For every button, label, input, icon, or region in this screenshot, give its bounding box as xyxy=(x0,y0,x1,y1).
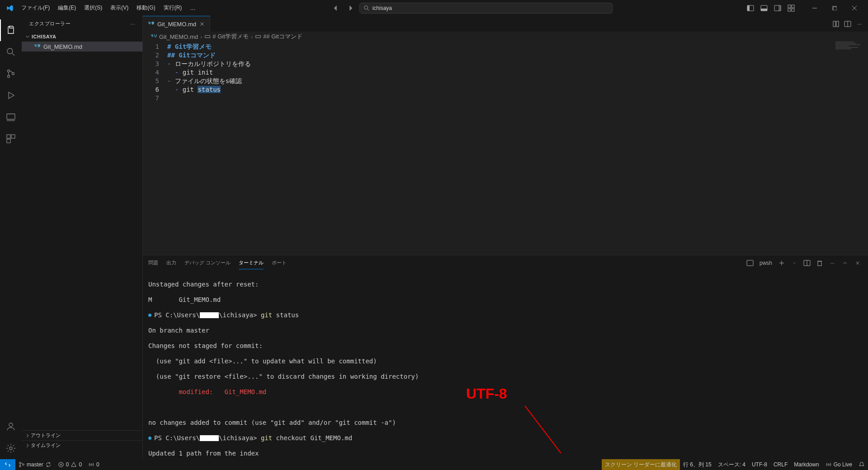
menu-more[interactable]: … xyxy=(187,3,198,13)
markdown-file-icon xyxy=(150,33,157,40)
symbol-icon xyxy=(255,33,261,40)
activity-debug-icon[interactable] xyxy=(0,85,22,106)
svg-rect-42 xyxy=(818,261,821,266)
status-cursor-pos[interactable]: 行 6、列 15 xyxy=(680,459,715,470)
svg-rect-5 xyxy=(761,9,767,11)
terminal-profile-icon[interactable] xyxy=(745,258,755,268)
customize-layout-icon[interactable] xyxy=(785,2,797,14)
remote-button[interactable] xyxy=(0,459,15,470)
split-icon[interactable] xyxy=(843,19,853,29)
status-notifications-icon[interactable] xyxy=(855,459,868,470)
markdown-file-icon xyxy=(147,20,155,28)
activity-scm-icon[interactable] xyxy=(0,63,22,85)
menu-run[interactable]: 実行(R) xyxy=(160,2,185,14)
svg-rect-22 xyxy=(7,114,15,119)
chevron-right-icon xyxy=(24,442,31,449)
svg-point-48 xyxy=(19,465,21,467)
close-icon[interactable] xyxy=(199,21,205,27)
terminal-dropdown-icon[interactable] xyxy=(789,258,799,268)
preview-icon[interactable] xyxy=(831,19,841,29)
editor-tab[interactable]: Git_MEMO.md xyxy=(143,16,210,32)
svg-line-1 xyxy=(367,9,369,10)
menu-edit[interactable]: 編集(E) xyxy=(55,2,79,14)
status-branch[interactable]: master xyxy=(15,459,55,470)
breadcrumb-file: Git_MEMO.md xyxy=(159,33,198,40)
terminal-shell-name[interactable]: pwsh xyxy=(758,259,774,267)
activity-account-icon[interactable] xyxy=(0,416,22,437)
svg-rect-3 xyxy=(747,5,750,11)
vscode-logo-icon xyxy=(6,5,14,12)
status-language[interactable]: Markdown xyxy=(791,459,822,470)
status-ports[interactable]: 0 xyxy=(85,459,103,470)
folder-header[interactable]: ICHISAYA xyxy=(22,32,142,42)
panel-tab-terminal[interactable]: ターミナル xyxy=(239,257,264,269)
activity-settings-icon[interactable] xyxy=(0,437,22,459)
layout-sidebar-left-icon[interactable] xyxy=(744,2,757,14)
panel-more-icon[interactable]: ··· xyxy=(827,258,837,268)
svg-point-53 xyxy=(90,464,92,465)
explorer-title: エクスプローラー xyxy=(29,20,71,27)
status-screen-reader[interactable]: スクリーン リーダーに最適化 xyxy=(602,459,680,470)
breadcrumb[interactable]: Git_MEMO.md › # Git学習メモ › ## Gitコマンド xyxy=(143,32,868,42)
status-golive[interactable]: Go Live xyxy=(822,459,855,470)
markdown-file-icon xyxy=(33,43,41,50)
activity-remote-icon[interactable] xyxy=(0,106,22,128)
activity-bar xyxy=(0,16,22,459)
svg-rect-36 xyxy=(256,35,261,38)
svg-rect-14 xyxy=(833,7,837,10)
svg-rect-32 xyxy=(836,21,839,27)
command-center[interactable]: ichisaya xyxy=(359,3,613,14)
status-eol[interactable]: CRLF xyxy=(770,459,791,470)
menu-file[interactable]: ファイル(F) xyxy=(18,2,53,14)
status-indentation[interactable]: スペース: 4 xyxy=(715,459,749,470)
folder-name: ICHISAYA xyxy=(32,34,57,39)
svg-point-49 xyxy=(23,464,24,465)
svg-rect-37 xyxy=(747,260,753,266)
search-text: ichisaya xyxy=(373,5,392,11)
terminal-content[interactable]: Unstaged changes after reset: M Git_MEMO… xyxy=(143,270,868,459)
window-minimize-icon[interactable] xyxy=(805,0,825,16)
activity-search-icon[interactable] xyxy=(0,41,22,63)
svg-rect-11 xyxy=(792,9,794,11)
timeline-section[interactable]: タイムライン xyxy=(22,440,142,450)
editor-content[interactable]: 1234567 # Git学習メモ ## Gitコマンド - ローカルリポジトリ… xyxy=(143,42,868,255)
outline-section[interactable]: アウトライン xyxy=(22,430,142,440)
code-area[interactable]: # Git学習メモ ## Gitコマンド - ローカルリポジトリを作る - gi… xyxy=(167,42,868,255)
svg-rect-7 xyxy=(778,5,781,11)
symbol-icon xyxy=(204,33,211,40)
menu-view[interactable]: 表示(V) xyxy=(107,2,132,14)
window-close-icon[interactable] xyxy=(844,0,864,16)
status-problems[interactable]: 0 0 xyxy=(55,459,85,470)
panel-tab-ports[interactable]: ポート xyxy=(272,257,287,269)
svg-rect-24 xyxy=(7,135,10,138)
panel-tab-output[interactable]: 出力 xyxy=(166,257,176,269)
activity-extensions-icon[interactable] xyxy=(0,128,22,150)
panel-maximize-icon[interactable] xyxy=(840,258,850,268)
svg-point-20 xyxy=(8,75,10,78)
panel-close-icon[interactable] xyxy=(853,258,863,268)
search-icon xyxy=(363,5,370,11)
tab-more-icon[interactable]: ··· xyxy=(854,19,864,29)
nav-forward-icon[interactable] xyxy=(345,3,356,14)
editor-tabs: Git_MEMO.md ··· xyxy=(143,16,868,32)
activity-explorer-icon[interactable] xyxy=(0,19,22,41)
split-terminal-icon[interactable] xyxy=(802,258,812,268)
svg-line-18 xyxy=(12,53,14,56)
minimap[interactable] xyxy=(835,42,863,51)
layout-panel-icon[interactable] xyxy=(758,2,770,14)
status-encoding[interactable]: UTF-8 xyxy=(749,459,770,470)
chevron-right-icon xyxy=(24,432,31,439)
panel-tab-debug[interactable]: デバッグ コンソール xyxy=(184,257,231,269)
new-terminal-icon[interactable] xyxy=(777,258,787,268)
window-maximize-icon[interactable] xyxy=(825,0,844,16)
kill-terminal-icon[interactable] xyxy=(815,258,825,268)
breadcrumb-h1: # Git学習メモ xyxy=(212,33,248,41)
explorer-more-icon[interactable]: ··· xyxy=(130,21,135,27)
menu-go[interactable]: 移動(G) xyxy=(133,2,158,14)
layout-sidebar-right-icon[interactable] xyxy=(771,2,784,14)
nav-back-icon[interactable] xyxy=(330,3,341,14)
panel-tab-problems[interactable]: 問題 xyxy=(148,257,158,269)
file-item[interactable]: Git_MEMO.md xyxy=(22,42,142,52)
menu-select[interactable]: 選択(S) xyxy=(81,2,105,14)
explorer-sidebar: エクスプローラー ··· ICHISAYA Git_MEMO.md アウトライン… xyxy=(22,16,143,459)
